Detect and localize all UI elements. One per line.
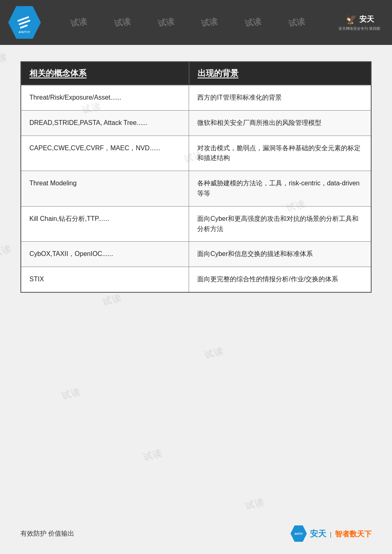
header: ANTIY 试读 试读 试读 试读 试读 试读 🦅 安天 安天网络安全专刊·第四… <box>0 0 392 45</box>
wm-10: 试读 <box>244 496 266 512</box>
col-header-concepts: 相关的概念体系 <box>21 62 189 85</box>
footer-logo-group: ANTIY 安天 | 智者数天下 <box>290 525 372 542</box>
header-wm-6: 试读 <box>288 16 306 29</box>
header-logo: ANTIY <box>8 6 41 39</box>
wm-7: 试读 <box>203 345 225 361</box>
table-cell-background-4: 面向Cyber和更高强度的攻击和对抗的场景的分析工具和分析方法 <box>189 206 371 242</box>
table-cell-background-1: 微软和相关安全厂商所推出的风险管理模型 <box>189 110 371 136</box>
footer-brand-cn: 安天 <box>310 529 326 538</box>
antiy-subtitle: 安天网络安全专刊·第四期 <box>339 26 380 31</box>
logo-line-3 <box>20 24 28 29</box>
footer-logo-text: ANTIY <box>294 532 303 535</box>
table-row: CAPEC,CWE,CVE,CVRF，MAEC，NVD......对攻击模式，脆… <box>21 136 371 171</box>
table-cell-concept-0: Threat/Risk/Exposure/Asset...... <box>21 85 189 110</box>
table-cell-background-3: 各种威胁建模的方法论，工具，risk-centric，data-driven等等 <box>189 171 371 207</box>
antiy-bird-icon: 🦅 <box>345 13 357 25</box>
header-wm-2: 试读 <box>114 16 131 29</box>
table-cell-concept-4: Kill Chain,钻石分析,TTP...... <box>21 206 189 242</box>
header-right-logo: 🦅 安天 安天网络安全专刊·第四期 <box>335 8 384 37</box>
footer: 有效防护 价值输出 ANTIY 安天 | 智者数天下 <box>0 525 392 542</box>
header-wm-4: 试读 <box>200 16 218 29</box>
table-header-row: 相关的概念体系 出现的背景 <box>21 62 371 85</box>
footer-brand-container: 安天 | 智者数天下 <box>310 528 372 539</box>
logo-graphic <box>17 16 32 29</box>
header-watermarks: 试读 试读 试读 试读 试读 试读 <box>41 17 335 28</box>
footer-slogan: 有效防护 价值输出 <box>20 530 74 538</box>
table-cell-concept-1: DREAD,STRIDE,PASTA, Attack Tree...... <box>21 110 189 136</box>
antiy-logo-group: 🦅 安天 <box>345 13 374 25</box>
footer-logo-icon: ANTIY <box>290 525 307 542</box>
table-cell-background-2: 对攻击模式，脆弱点，漏洞等各种基础的安全元素的标定和描述结构 <box>189 136 371 171</box>
table-row: DREAD,STRIDE,PASTA, Attack Tree......微软和… <box>21 110 371 136</box>
table-row: Threat/Risk/Exposure/Asset......西方的IT管理和… <box>21 85 371 110</box>
table-row: Threat Modeling各种威胁建模的方法论，工具，risk-centri… <box>21 171 371 207</box>
header-wm-1: 试读 <box>70 16 88 29</box>
footer-separator: | <box>330 531 332 538</box>
footer-brand-sub: 智者数天下 <box>335 530 372 538</box>
antiy-brand-name: 安天 <box>359 14 374 24</box>
table-cell-concept-6: STIX <box>21 267 189 292</box>
table-cell-concept-5: CybOX,TAXII，OpenIOC...... <box>21 242 189 267</box>
table-cell-background-6: 面向更完整的综合性的情报分析/作业/交换的体系 <box>189 267 371 292</box>
table-row: CybOX,TAXII，OpenIOC......面向Cyber和信息交换的描述… <box>21 242 371 267</box>
table-cell-concept-3: Threat Modeling <box>21 171 189 207</box>
header-wm-3: 试读 <box>157 16 175 29</box>
footer-brand-line: 安天 | 智者数天下 <box>310 528 372 539</box>
table-cell-background-0: 西方的IT管理和标准化的背景 <box>189 85 371 110</box>
table-row: Kill Chain,钻石分析,TTP......面向Cyber和更高强度的攻击… <box>21 206 371 242</box>
header-wm-5: 试读 <box>244 16 262 29</box>
table-cell-concept-2: CAPEC,CWE,CVE,CVRF，MAEC，NVD...... <box>21 136 189 171</box>
table-row: STIX面向更完整的综合性的情报分析/作业/交换的体系 <box>21 267 371 292</box>
wm-9: 试读 <box>142 447 164 463</box>
wm-8: 试读 <box>60 385 82 402</box>
logo-text: ANTIY <box>19 30 31 34</box>
concepts-table: 相关的概念体系 出现的背景 Threat/Risk/Exposure/Asset… <box>20 61 372 293</box>
table-cell-background-5: 面向Cyber和信息交换的描述和标准体系 <box>189 242 371 267</box>
col-header-background: 出现的背景 <box>189 62 371 85</box>
main-content: 相关的概念体系 出现的背景 Threat/Risk/Exposure/Asset… <box>0 45 392 309</box>
